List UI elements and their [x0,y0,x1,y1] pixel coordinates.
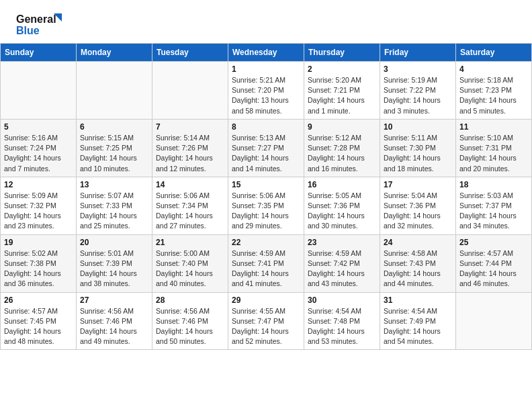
day-number: 31 [384,295,452,305]
calendar-cell: 13Sunrise: 5:07 AMSunset: 7:33 PMDayligh… [77,177,152,234]
day-info: Sunrise: 4:59 AMSunset: 7:42 PMDaylight:… [308,248,376,289]
calendar-cell: 6Sunrise: 5:15 AMSunset: 7:25 PMDaylight… [77,119,152,177]
day-info: Sunrise: 5:00 AMSunset: 7:40 PMDaylight:… [156,248,224,289]
day-info: Sunrise: 5:14 AMSunset: 7:26 PMDaylight:… [156,133,224,174]
day-info: Sunrise: 4:54 AMSunset: 7:49 PMDaylight:… [384,306,452,347]
day-number: 13 [80,180,148,189]
day-number: 3 [384,64,452,74]
calendar-header-row: SundayMondayTuesdayWednesdayThursdayFrid… [1,44,532,62]
calendar-cell: 4Sunrise: 5:18 AMSunset: 7:23 PMDaylight… [456,62,532,120]
day-number: 29 [232,295,300,305]
day-number: 23 [308,238,376,247]
day-info: Sunrise: 5:02 AMSunset: 7:38 PMDaylight:… [4,248,73,289]
day-info: Sunrise: 5:06 AMSunset: 7:35 PMDaylight:… [232,191,300,232]
page-header: GeneralBlue [0,0,532,43]
day-info: Sunrise: 5:12 AMSunset: 7:28 PMDaylight:… [308,133,376,174]
calendar-weekday-tuesday: Tuesday [152,44,228,62]
day-info: Sunrise: 5:18 AMSunset: 7:23 PMDaylight:… [459,75,528,116]
calendar-week-row: 1Sunrise: 5:21 AMSunset: 7:20 PMDaylight… [1,62,532,120]
calendar-cell: 23Sunrise: 4:59 AMSunset: 7:42 PMDayligh… [304,234,380,292]
calendar-cell: 20Sunrise: 5:01 AMSunset: 7:39 PMDayligh… [77,234,152,292]
day-number: 1 [232,64,300,74]
day-info: Sunrise: 5:20 AMSunset: 7:21 PMDaylight:… [308,75,376,116]
day-number: 20 [80,238,148,247]
day-info: Sunrise: 5:16 AMSunset: 7:24 PMDaylight:… [4,133,73,174]
day-info: Sunrise: 5:07 AMSunset: 7:33 PMDaylight:… [80,191,148,232]
calendar-weekday-thursday: Thursday [304,44,380,62]
day-info: Sunrise: 5:15 AMSunset: 7:25 PMDaylight:… [80,133,148,174]
calendar-weekday-sunday: Sunday [1,44,77,62]
day-info: Sunrise: 4:59 AMSunset: 7:41 PMDaylight:… [232,248,300,289]
day-info: Sunrise: 5:03 AMSunset: 7:37 PMDaylight:… [459,191,528,232]
calendar-cell: 11Sunrise: 5:10 AMSunset: 7:31 PMDayligh… [456,119,532,177]
day-info: Sunrise: 4:54 AMSunset: 7:48 PMDaylight:… [308,306,376,347]
day-info: Sunrise: 5:10 AMSunset: 7:31 PMDaylight:… [459,133,528,174]
calendar-cell: 12Sunrise: 5:09 AMSunset: 7:32 PMDayligh… [1,177,77,234]
day-info: Sunrise: 4:57 AMSunset: 7:45 PMDaylight:… [4,306,73,347]
day-number: 9 [308,122,376,132]
calendar-cell: 28Sunrise: 4:56 AMSunset: 7:46 PMDayligh… [152,292,228,350]
day-info: Sunrise: 4:56 AMSunset: 7:46 PMDaylight:… [156,306,224,347]
calendar-cell [456,292,532,350]
calendar-cell: 18Sunrise: 5:03 AMSunset: 7:37 PMDayligh… [456,177,532,234]
logo: GeneralBlue [16,12,63,36]
day-number: 25 [459,238,528,247]
day-number: 28 [156,295,224,305]
day-info: Sunrise: 5:21 AMSunset: 7:20 PMDaylight:… [232,75,300,116]
day-info: Sunrise: 5:01 AMSunset: 7:39 PMDaylight:… [80,248,148,289]
calendar-cell [1,62,77,120]
day-number: 5 [4,122,73,132]
day-number: 4 [459,64,528,74]
calendar-cell: 19Sunrise: 5:02 AMSunset: 7:38 PMDayligh… [1,234,77,292]
day-number: 17 [384,180,452,189]
calendar-cell: 30Sunrise: 4:54 AMSunset: 7:48 PMDayligh… [304,292,380,350]
calendar-cell: 22Sunrise: 4:59 AMSunset: 7:41 PMDayligh… [228,234,304,292]
day-number: 24 [384,238,452,247]
calendar-weekday-wednesday: Wednesday [228,44,304,62]
day-number: 19 [4,238,73,247]
calendar-weekday-saturday: Saturday [456,44,532,62]
day-number: 16 [308,180,376,189]
calendar-cell: 3Sunrise: 5:19 AMSunset: 7:22 PMDaylight… [380,62,456,120]
day-info: Sunrise: 5:13 AMSunset: 7:27 PMDaylight:… [232,133,300,174]
day-info: Sunrise: 4:58 AMSunset: 7:43 PMDaylight:… [384,248,452,289]
day-number: 6 [80,122,148,132]
calendar-cell: 31Sunrise: 4:54 AMSunset: 7:49 PMDayligh… [380,292,456,350]
day-number: 21 [156,238,224,247]
calendar-cell: 9Sunrise: 5:12 AMSunset: 7:28 PMDaylight… [304,119,380,177]
svg-text:Blue: Blue [16,25,40,36]
day-info: Sunrise: 5:19 AMSunset: 7:22 PMDaylight:… [384,75,452,116]
logo-svg: GeneralBlue [16,12,63,36]
calendar-cell: 8Sunrise: 5:13 AMSunset: 7:27 PMDaylight… [228,119,304,177]
day-number: 27 [80,295,148,305]
day-info: Sunrise: 4:57 AMSunset: 7:44 PMDaylight:… [459,248,528,289]
day-number: 22 [232,238,300,247]
svg-text:General: General [16,13,56,25]
day-number: 18 [459,180,528,189]
calendar-week-row: 5Sunrise: 5:16 AMSunset: 7:24 PMDaylight… [1,119,532,177]
day-number: 8 [232,122,300,132]
calendar-cell: 29Sunrise: 4:55 AMSunset: 7:47 PMDayligh… [228,292,304,350]
day-number: 30 [308,295,376,305]
calendar-cell: 21Sunrise: 5:00 AMSunset: 7:40 PMDayligh… [152,234,228,292]
calendar-cell: 5Sunrise: 5:16 AMSunset: 7:24 PMDaylight… [1,119,77,177]
day-number: 14 [156,180,224,189]
calendar-weekday-monday: Monday [77,44,152,62]
day-number: 10 [384,122,452,132]
calendar-cell [152,62,228,120]
day-info: Sunrise: 5:04 AMSunset: 7:36 PMDaylight:… [384,191,452,232]
calendar-table: SundayMondayTuesdayWednesdayThursdayFrid… [0,43,532,350]
calendar-cell: 14Sunrise: 5:06 AMSunset: 7:34 PMDayligh… [152,177,228,234]
day-number: 2 [308,64,376,74]
day-info: Sunrise: 4:56 AMSunset: 7:46 PMDaylight:… [80,306,148,347]
calendar-week-row: 12Sunrise: 5:09 AMSunset: 7:32 PMDayligh… [1,177,532,234]
calendar-week-row: 26Sunrise: 4:57 AMSunset: 7:45 PMDayligh… [1,292,532,350]
day-number: 12 [4,180,73,189]
day-info: Sunrise: 4:55 AMSunset: 7:47 PMDaylight:… [232,306,300,347]
day-info: Sunrise: 5:11 AMSunset: 7:30 PMDaylight:… [384,133,452,174]
calendar-cell: 25Sunrise: 4:57 AMSunset: 7:44 PMDayligh… [456,234,532,292]
day-number: 7 [156,122,224,132]
calendar-cell: 16Sunrise: 5:05 AMSunset: 7:36 PMDayligh… [304,177,380,234]
day-number: 26 [4,295,73,305]
calendar-cell: 2Sunrise: 5:20 AMSunset: 7:21 PMDaylight… [304,62,380,120]
